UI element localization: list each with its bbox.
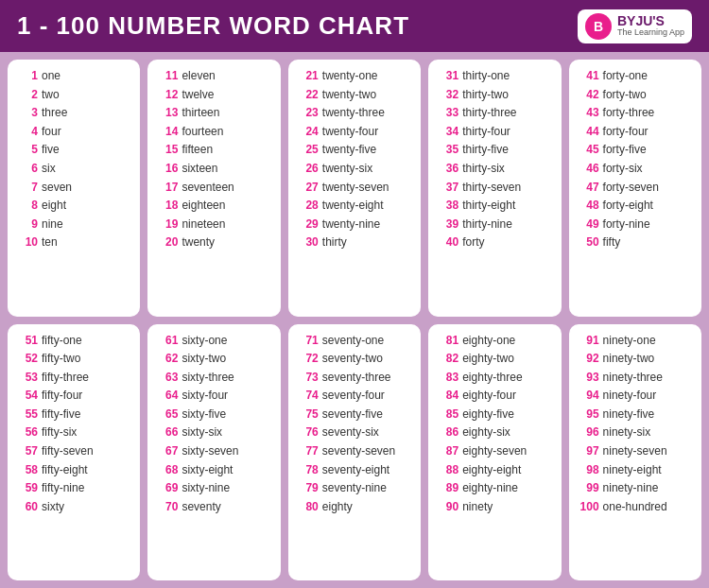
word: fifty-three	[42, 369, 89, 387]
list-item: 16sixteen	[157, 160, 270, 178]
list-item: 27twenty-seven	[298, 179, 411, 197]
word: nine	[42, 216, 63, 233]
word: forty-five	[603, 141, 647, 159]
word: twenty-five	[322, 141, 376, 159]
number: 49	[579, 216, 599, 233]
word: seventy-three	[322, 369, 391, 387]
list-item: 90ninety	[438, 498, 551, 516]
number: 22	[298, 86, 319, 104]
word: twenty-one	[322, 67, 378, 85]
number: 97	[579, 442, 599, 460]
word: thirty-three	[462, 104, 516, 122]
list-item: 29twenty-nine	[298, 216, 411, 233]
number: 8	[17, 197, 38, 215]
word: twenty-three	[322, 104, 385, 122]
list-item: 30thirty	[298, 233, 411, 251]
word: eleven	[182, 67, 215, 85]
number: 38	[438, 197, 458, 215]
list-item: 100one-hundred	[579, 498, 692, 516]
list-item: 44forty-four	[579, 123, 692, 141]
number: 70	[157, 498, 178, 516]
number: 92	[579, 350, 599, 368]
list-item: 98ninety-eight	[579, 461, 692, 479]
word: five	[42, 141, 60, 159]
word: six	[42, 160, 56, 178]
word: ninety-three	[603, 369, 663, 387]
number: 99	[579, 479, 599, 497]
word: two	[42, 86, 60, 104]
list-item: 42forty-two	[579, 86, 692, 104]
word: sixty-seven	[182, 442, 238, 460]
word: thirty-six	[462, 160, 505, 178]
list-item: 83eighty-three	[438, 369, 551, 387]
word: seventy-two	[322, 350, 383, 368]
list-item: 70seventy	[157, 498, 270, 516]
list-item: 81eighty-one	[438, 332, 551, 350]
list-item: 77seventy-seven	[298, 442, 411, 460]
word: twenty-six	[322, 160, 372, 178]
number: 47	[579, 179, 599, 197]
number: 42	[579, 86, 599, 104]
number: 6	[17, 160, 38, 178]
word: fifty-four	[42, 387, 82, 405]
main-grid: 1one2two3three4four5five6six7seven8eight…	[0, 52, 709, 588]
list-item: 18eighteen	[157, 197, 270, 215]
word: fifty-five	[42, 406, 80, 424]
number: 45	[579, 141, 599, 159]
word: eighty-eight	[462, 461, 521, 479]
word: sixty-two	[182, 350, 226, 368]
list-item: 8eight	[17, 197, 130, 215]
list-item: 75seventy-five	[298, 406, 411, 424]
word: ninety-nine	[603, 479, 659, 497]
word: seventy-four	[322, 387, 385, 405]
number-box-7: 61sixty-one62sixty-two63sixty-three64six…	[147, 324, 280, 581]
word: seventy-eight	[322, 461, 389, 479]
word: ninety-six	[603, 424, 651, 441]
number: 91	[579, 332, 599, 350]
word: eighty-three	[462, 369, 522, 387]
number: 1	[17, 67, 38, 85]
list-item: 7seven	[17, 179, 130, 197]
number: 32	[438, 86, 458, 104]
list-item: 57fifty-seven	[17, 442, 130, 460]
list-item: 6six	[17, 160, 130, 178]
number: 15	[157, 141, 178, 159]
word: forty-six	[603, 160, 643, 178]
number: 27	[298, 179, 319, 197]
word: ninety-five	[603, 406, 655, 424]
word: thirteen	[182, 104, 219, 122]
number: 41	[579, 67, 599, 85]
number: 40	[438, 233, 458, 251]
list-item: 92ninety-two	[579, 350, 692, 368]
word: thirty-nine	[462, 216, 512, 233]
list-item: 65sixty-five	[157, 406, 270, 424]
word: twenty-four	[322, 123, 378, 141]
header: 1 - 100 NUMBER WORD CHART B BYJU'S The L…	[0, 0, 709, 52]
word: thirty-five	[462, 141, 509, 159]
number: 73	[298, 369, 319, 387]
word: one	[42, 67, 61, 85]
list-item: 74seventy-four	[298, 387, 411, 405]
list-item: 38thirty-eight	[438, 197, 551, 215]
list-item: 34thirty-four	[438, 123, 551, 141]
list-item: 80eighty	[298, 498, 411, 516]
number: 5	[17, 141, 38, 159]
word: four	[42, 123, 61, 141]
word: three	[42, 104, 67, 122]
list-item: 41forty-one	[579, 67, 692, 85]
number: 16	[157, 160, 178, 178]
number: 12	[157, 86, 178, 104]
word: twenty-eight	[322, 197, 384, 215]
number: 59	[17, 479, 38, 497]
number: 69	[157, 479, 178, 497]
number: 57	[17, 442, 38, 460]
list-item: 86eighty-six	[438, 424, 551, 441]
list-item: 48forty-eight	[579, 197, 692, 215]
number: 2	[17, 86, 38, 104]
number: 33	[438, 104, 458, 122]
word: nineteen	[182, 216, 225, 233]
list-item: 50fifty	[579, 233, 692, 251]
word: thirty-two	[462, 86, 509, 104]
number: 24	[298, 123, 319, 141]
word: forty-nine	[603, 216, 650, 233]
